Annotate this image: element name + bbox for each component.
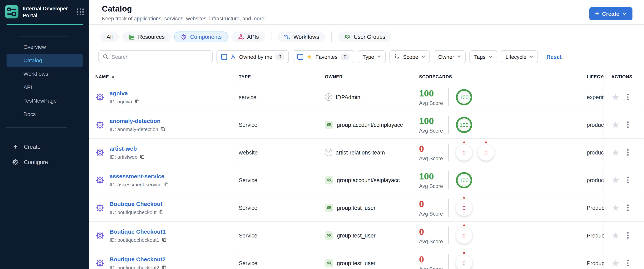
favorite-star-icon[interactable] — [611, 148, 620, 157]
entity-name-link[interactable]: artist-web — [110, 145, 145, 152]
kebab-menu-icon[interactable] — [626, 120, 630, 129]
lifecycle-cell: production — [582, 111, 604, 138]
scorecard-score-badge[interactable]: 0 — [456, 200, 472, 216]
tab-workflows[interactable]: Workflows — [278, 31, 325, 42]
layers-icon — [128, 34, 135, 40]
scorecard-score-badge[interactable]: 100 — [456, 89, 472, 105]
page-subtitle: Keep track of applications, services, we… — [102, 16, 644, 21]
name-cell: Boutique Checkout1 ID: boutiquecheckout1 — [89, 222, 234, 249]
entity-name-link[interactable]: Boutique Checkout1 — [110, 228, 167, 235]
search-icon — [103, 54, 108, 59]
sidebar-item-api[interactable]: API — [6, 80, 83, 94]
favorites-label: Favorites — [316, 54, 338, 60]
scorecard-score-badge[interactable]: 0 — [478, 144, 494, 160]
entity-id: ID: agniva — [110, 99, 132, 104]
harness-logo-icon — [5, 5, 18, 18]
search-input[interactable] — [112, 54, 208, 60]
tab-all[interactable]: All — [100, 31, 119, 42]
sidebar-create-button[interactable]: + Create — [0, 141, 89, 153]
owned-by-me-checkbox[interactable] — [221, 54, 227, 60]
sidebar-item-workflows[interactable]: Workflows — [6, 67, 83, 80]
column-header-scorecards[interactable]: SCORECARDS — [413, 74, 582, 79]
favorite-star-icon[interactable] — [611, 204, 620, 212]
tab-resources[interactable]: Resources — [122, 31, 171, 42]
entity-name-link[interactable]: anomaly-detection — [110, 117, 166, 124]
owner-dropdown[interactable]: Owner — [434, 50, 466, 63]
scorecard-score-badge[interactable]: 0 — [456, 255, 472, 269]
kebab-menu-icon[interactable] — [626, 148, 630, 157]
column-header-actions: ACTIONS — [604, 71, 644, 83]
type-cell: Service — [234, 111, 320, 138]
lifecycle-cell: Production — [582, 250, 604, 269]
type-dropdown[interactable]: Type — [358, 50, 386, 63]
copy-icon[interactable] — [140, 154, 145, 160]
group-icon — [325, 120, 333, 129]
copy-icon[interactable] — [160, 126, 166, 132]
favorites-checkbox[interactable] — [298, 54, 304, 60]
sidebar-configure-button[interactable]: Configure — [0, 156, 89, 168]
entity-name-link[interactable]: Boutique Checkout — [110, 200, 164, 207]
kebab-menu-icon[interactable] — [626, 231, 630, 240]
tags-dropdown[interactable]: Tags — [470, 50, 497, 63]
column-header-name[interactable]: NAME — [89, 71, 234, 83]
person-icon — [230, 54, 236, 59]
create-button[interactable]: + Create — [590, 7, 632, 20]
scorecard-score-badge[interactable]: 100 — [456, 117, 472, 133]
entity-name-link[interactable]: assessment-service — [110, 173, 169, 179]
favorite-star-icon[interactable] — [611, 176, 620, 184]
search-box — [98, 50, 212, 63]
favorite-star-icon[interactable] — [611, 120, 620, 129]
entity-name-link[interactable]: agniva — [110, 90, 140, 96]
table-row: assessment-service ID: assessment-servic… — [89, 166, 644, 194]
kebab-menu-icon[interactable] — [626, 175, 630, 185]
lifecycle-cell: Production — [582, 222, 604, 249]
kebab-menu-icon[interactable] — [626, 203, 630, 213]
group-icon — [325, 204, 333, 212]
kebab-menu-icon[interactable] — [626, 92, 630, 102]
filters-row: Owned by me 0 Favorites 0 Type Scope Own… — [98, 50, 644, 63]
chevron-down-icon — [488, 55, 492, 58]
entity-name-link[interactable]: Boutique Checkout2 — [110, 256, 167, 262]
sidebar-item-docs[interactable]: Docs — [6, 107, 83, 120]
scorecard-score-badge[interactable]: 0 — [456, 227, 472, 244]
scope-dropdown[interactable]: Scope — [390, 50, 430, 63]
tab-user-groups[interactable]: User Groups — [338, 31, 392, 42]
type-cell: Service — [234, 194, 320, 221]
favorite-star-icon[interactable] — [611, 231, 620, 240]
entity-id: ID: anomaly-detection — [110, 126, 158, 132]
scorecard-badges: 0 — [456, 200, 472, 216]
type-cell: website — [234, 139, 320, 166]
tab-components[interactable]: Components — [174, 31, 228, 42]
owned-by-me-label: Owned by me — [239, 54, 272, 60]
sidebar-item-testnewpage[interactable]: TestNewPage — [6, 94, 83, 107]
column-header-lifecycle[interactable]: LIFECYCLE — [582, 74, 604, 79]
sidebar-item-catalog[interactable]: Catalog — [6, 54, 83, 67]
column-header-owner[interactable]: OWNER — [320, 74, 413, 79]
app-switcher-grid-icon[interactable] — [77, 8, 84, 15]
favorite-star-icon[interactable] — [611, 93, 620, 101]
copy-icon[interactable] — [162, 237, 167, 243]
scorecard-badges: 100 — [456, 117, 472, 133]
column-label: NAME — [95, 74, 109, 79]
scorecard-badges: 00 — [456, 144, 494, 160]
favorites-filter[interactable]: Favorites 0 — [293, 50, 354, 63]
reset-filters-link[interactable]: Reset — [546, 54, 562, 60]
copy-icon[interactable] — [162, 265, 167, 269]
favorite-star-icon[interactable] — [611, 259, 620, 267]
kebab-menu-icon[interactable] — [626, 259, 630, 268]
tab-apis[interactable]: APIs — [231, 31, 265, 42]
scorecard-score-badge[interactable]: 100 — [456, 172, 472, 188]
page-header: Catalog Keep track of applications, serv… — [89, 0, 644, 24]
owned-by-me-filter[interactable]: Owned by me 0 — [216, 50, 289, 63]
copy-icon[interactable] — [164, 182, 169, 187]
scorecard-score-badge[interactable]: 0 — [456, 144, 472, 160]
owner-cell: ? group:account/seiplayacc — [320, 166, 413, 194]
lifecycle-dropdown[interactable]: Lifecycle — [501, 50, 538, 63]
column-header-type[interactable]: TYPE — [234, 74, 320, 79]
copy-icon[interactable] — [159, 210, 164, 215]
sidebar-item-overview[interactable]: Overview — [6, 40, 83, 53]
tab-separator — [271, 31, 272, 42]
copy-icon[interactable] — [134, 99, 140, 104]
owner-cell: ? artist-relations-team — [320, 139, 413, 166]
owner-label: group:test_user — [337, 205, 376, 211]
